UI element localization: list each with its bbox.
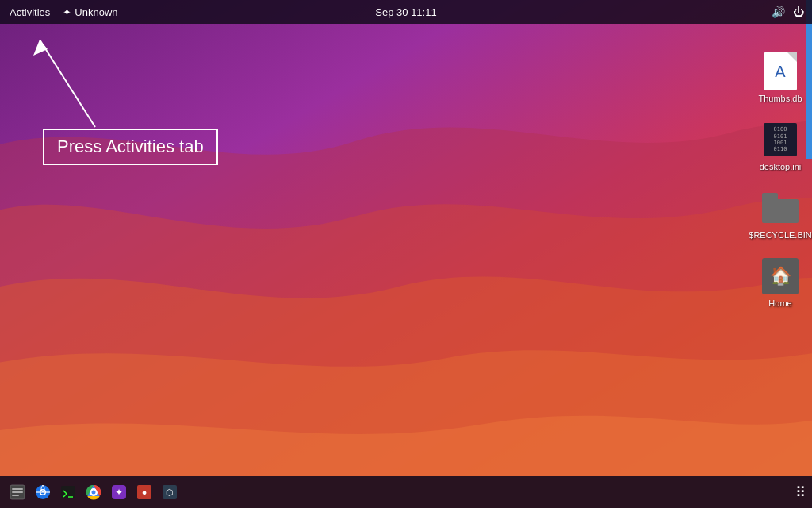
taskbar-left: ✦ ● ⬡ [6, 481, 181, 503]
svg-line-1 [40, 40, 95, 127]
desktop-icon-thumbs-db[interactable]: A Thumbs.db [753, 48, 806, 108]
taskbar: ✦ ● ⬡ ⠿ [0, 476, 812, 508]
taskbar-icon-files[interactable] [6, 481, 29, 503]
app-icon: ✦ [63, 6, 71, 18]
svg-text:✦: ✦ [115, 487, 123, 498]
desktop-icon-recycle-bin[interactable]: $RECYCLE.BIN [744, 184, 812, 244]
taskbar-right: ⠿ [795, 483, 806, 501]
desktop-ini-icon-image: 0100010110010110 [761, 121, 799, 159]
taskbar-icon-app3[interactable]: ⬡ [159, 481, 181, 503]
folder-body [762, 199, 799, 223]
topbar-datetime: Sep 30 11:11 [375, 6, 436, 18]
home-house-symbol: 🏠 [770, 266, 791, 287]
app-name: Unknown [75, 6, 117, 18]
desktop: Activities ✦ Unknown Sep 30 11:11 🔊 ⏻ Pr… [0, 0, 812, 508]
home-folder-icon: 🏠 [762, 258, 799, 294]
activities-button[interactable]: Activities [5, 5, 55, 20]
arrow-annotation [16, 24, 111, 135]
svg-text:●: ● [142, 487, 147, 497]
instruction-box: Press Activities tab [43, 129, 218, 165]
thumbs-db-icon-image: A [761, 52, 799, 90]
svg-point-16 [92, 491, 96, 495]
svg-text:⬡: ⬡ [166, 487, 174, 497]
desktop-ini-label: desktop.ini [760, 162, 802, 171]
folder-icon [762, 193, 799, 223]
recycle-bin-icon-image [761, 189, 799, 227]
taskbar-icon-app2[interactable]: ● [133, 481, 155, 503]
topbar: Activities ✦ Unknown Sep 30 11:11 🔊 ⏻ [0, 0, 812, 24]
home-label: Home [768, 298, 791, 308]
taskbar-icon-chromium[interactable] [82, 481, 105, 503]
app-grid-icon[interactable]: ⠿ [795, 483, 806, 501]
svg-marker-2 [33, 40, 48, 56]
taskbar-icon-app1[interactable]: ✦ [108, 481, 130, 503]
taskbar-icon-browser[interactable] [32, 481, 54, 503]
thumbs-db-label: Thumbs.db [758, 94, 802, 103]
power-icon[interactable]: ⏻ [793, 6, 804, 18]
topbar-left: Activities ✦ Unknown [0, 5, 118, 20]
desktop-background [0, 0, 812, 508]
instruction-text: Press Activities tab [57, 137, 204, 156]
svg-rect-5 [12, 491, 23, 493]
svg-rect-4 [12, 488, 23, 490]
doc-inner-icon: A [775, 63, 785, 81]
document-icon: A [764, 52, 797, 90]
topbar-app-menu[interactable]: ✦ Unknown [63, 6, 117, 18]
recycle-bin-label: $RECYCLE.BIN [749, 230, 811, 240]
topbar-right: 🔊 ⏻ [772, 6, 812, 18]
home-icon-image: 🏠 [761, 257, 799, 295]
desktop-icon-desktop-ini[interactable]: 0100010110010110 desktop.ini [755, 116, 806, 176]
binary-icon: 0100010110010110 [764, 123, 797, 156]
taskbar-icon-terminal[interactable] [57, 481, 79, 503]
desktop-icon-home[interactable]: 🏠 Home [756, 252, 804, 313]
svg-rect-6 [12, 495, 19, 496]
sound-icon[interactable]: 🔊 [772, 6, 785, 18]
desktop-icons: A Thumbs.db 0100010110010110 desktop.ini [749, 48, 812, 321]
